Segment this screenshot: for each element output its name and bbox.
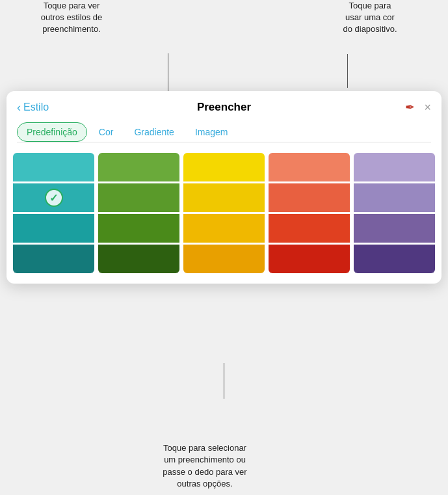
- swatches-container: [7, 153, 441, 273]
- dialog-title: Preencher: [197, 101, 251, 114]
- swatch-column-green[interactable]: [98, 153, 179, 273]
- annotation-bottom: Toque para selecionar um preenchimento o…: [127, 442, 283, 490]
- swatch-cell-purple-0[interactable]: [354, 153, 435, 181]
- tab-gradiente[interactable]: Gradiente: [125, 123, 183, 141]
- swatch-cell-yellow-3[interactable]: [183, 245, 265, 273]
- annotation-line-top-right: [347, 54, 348, 88]
- tabs-row: Predefinição Cor Gradiente Imagem: [17, 122, 431, 142]
- swatch-cell-yellow-1[interactable]: [183, 183, 265, 212]
- swatch-cell-teal-2[interactable]: [13, 214, 94, 243]
- swatch-cell-purple-3[interactable]: [354, 245, 435, 273]
- swatch-cell-purple-1[interactable]: [354, 183, 435, 212]
- back-button[interactable]: ‹ Estilo: [17, 101, 49, 114]
- swatch-cell-green-1[interactable]: [98, 183, 179, 212]
- swatch-cell-yellow-0[interactable]: [183, 153, 265, 181]
- annotation-top-left: Toque para ver outros estilos de preench…: [20, 0, 124, 36]
- swatch-cell-green-2[interactable]: [98, 214, 179, 243]
- swatch-cell-purple-2[interactable]: [354, 214, 435, 243]
- swatch-cell-teal-1[interactable]: [13, 183, 94, 212]
- tab-imagem[interactable]: Imagem: [186, 123, 237, 141]
- swatch-cell-teal-0[interactable]: [13, 153, 94, 181]
- swatch-column-yellow[interactable]: [183, 153, 265, 273]
- dialog-header: ‹ Estilo Preencher ✒ ×: [7, 91, 441, 114]
- close-icon[interactable]: ×: [424, 101, 431, 114]
- annotation-top-right: Toque para usar uma cor do diapositivo.: [324, 0, 415, 36]
- swatch-cell-green-3[interactable]: [98, 245, 179, 273]
- swatch-column-teal[interactable]: [13, 153, 94, 273]
- annotation-line-top-left: [168, 53, 168, 92]
- swatch-cell-teal-3[interactable]: [13, 245, 94, 273]
- swatch-column-orange-red[interactable]: [269, 153, 350, 273]
- back-chevron-icon: ‹: [17, 101, 21, 114]
- swatch-cell-green-0[interactable]: [98, 153, 179, 181]
- tab-cor[interactable]: Cor: [90, 123, 123, 141]
- selected-checkmark: [45, 189, 63, 207]
- swatch-cell-orange-red-2[interactable]: [269, 214, 350, 243]
- back-label: Estilo: [23, 101, 49, 113]
- swatch-cell-yellow-2[interactable]: [183, 214, 265, 243]
- swatch-cell-orange-red-1[interactable]: [269, 183, 350, 212]
- header-actions: ✒ ×: [405, 100, 431, 114]
- swatch-cell-orange-red-0[interactable]: [269, 153, 350, 181]
- eyedropper-icon[interactable]: ✒: [405, 100, 415, 114]
- fill-dialog: ‹ Estilo Preencher ✒ × Predefinição Cor …: [7, 91, 441, 284]
- tab-predefinicao[interactable]: Predefinição: [17, 122, 87, 142]
- swatch-column-purple[interactable]: [354, 153, 435, 273]
- swatch-cell-orange-red-3[interactable]: [269, 245, 350, 273]
- annotation-line-bottom: [224, 363, 224, 399]
